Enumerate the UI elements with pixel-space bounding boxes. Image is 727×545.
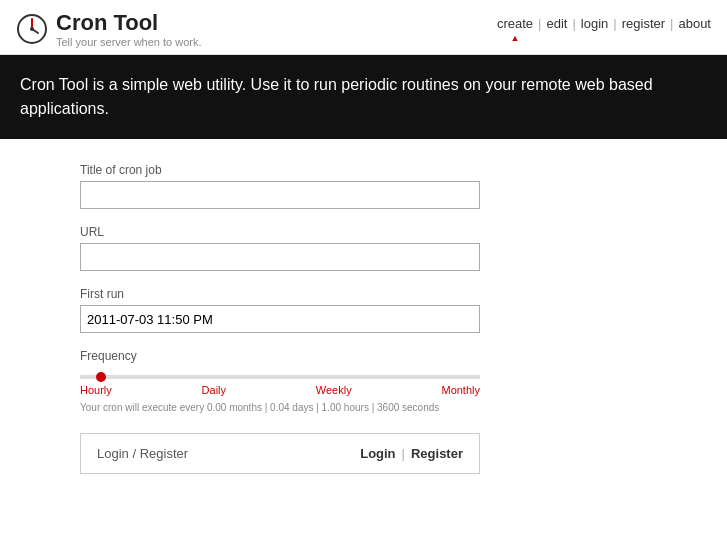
nav-edit[interactable]: edit <box>546 16 567 31</box>
freq-daily: Daily <box>202 384 226 396</box>
first-run-label: First run <box>80 287 647 301</box>
logo-text: Cron Tool Tell your server when to work. <box>56 10 202 48</box>
nav-sep-3: | <box>613 16 616 31</box>
nav-arrow: ▲ <box>511 33 520 43</box>
hero-text: Cron Tool is a simple web utility. Use i… <box>20 73 707 121</box>
header: Cron Tool Tell your server when to work.… <box>0 0 727 55</box>
nav-create[interactable]: create <box>497 16 533 31</box>
nav-about[interactable]: about <box>678 16 711 31</box>
frequency-slider[interactable] <box>80 375 480 379</box>
login-link[interactable]: Login <box>360 446 395 461</box>
logo-area: Cron Tool Tell your server when to work. <box>16 10 202 48</box>
url-label: URL <box>80 225 647 239</box>
freq-monthly: Monthly <box>441 384 480 396</box>
frequency-section: Frequency Hourly Daily Weekly Monthly Yo… <box>80 349 647 413</box>
nav: create ▲ | edit | login | register | abo… <box>497 16 711 43</box>
register-link[interactable]: Register <box>411 446 463 461</box>
logo-icon <box>16 13 48 45</box>
login-box-actions: Login | Register <box>360 446 463 461</box>
frequency-label: Frequency <box>80 349 647 363</box>
nav-sep-2: | <box>572 16 575 31</box>
slider-container <box>80 367 480 382</box>
svg-point-3 <box>30 27 34 31</box>
login-register-box: Login / Register Login | Register <box>80 433 480 474</box>
freq-weekly: Weekly <box>316 384 352 396</box>
first-run-input[interactable] <box>80 305 480 333</box>
nav-register[interactable]: register <box>622 16 665 31</box>
nav-create-wrapper: create ▲ <box>497 16 533 43</box>
frequency-note: Your cron will execute every 0.00 months… <box>80 402 480 413</box>
nav-sep-1: | <box>538 16 541 31</box>
title-group: Title of cron job <box>80 163 647 209</box>
url-group: URL <box>80 225 647 271</box>
title-input[interactable] <box>80 181 480 209</box>
url-input[interactable] <box>80 243 480 271</box>
freq-hourly: Hourly <box>80 384 112 396</box>
app-subtitle: Tell your server when to work. <box>56 36 202 48</box>
first-run-group: First run <box>80 287 647 333</box>
frequency-labels: Hourly Daily Weekly Monthly <box>80 384 480 396</box>
app-title: Cron Tool <box>56 10 202 36</box>
nav-sep-4: | <box>670 16 673 31</box>
login-box-sep: | <box>402 446 405 461</box>
main-content: Title of cron job URL First run Frequenc… <box>0 139 727 498</box>
login-box-title: Login / Register <box>97 446 188 461</box>
nav-login[interactable]: login <box>581 16 608 31</box>
hero-banner: Cron Tool is a simple web utility. Use i… <box>0 55 727 139</box>
title-label: Title of cron job <box>80 163 647 177</box>
